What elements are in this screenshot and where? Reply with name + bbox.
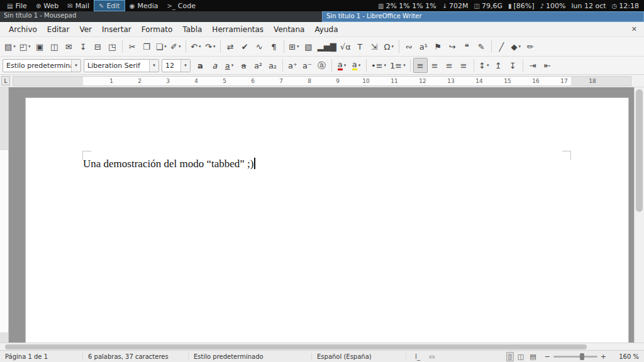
open-file-button[interactable]: ◰▾ [18, 39, 33, 54]
v-ruler[interactable] [0, 87, 9, 343]
page-number-status[interactable]: Página 1 de 1 [0, 353, 83, 360]
export-pdf-button[interactable]: ↧ [76, 39, 91, 54]
panel-app-media[interactable]: ◉Media [125, 0, 163, 11]
insert-page-break-button[interactable]: ⇲ [367, 39, 382, 54]
new-document-button[interactable]: ▤▾ [3, 39, 18, 54]
basic-shapes-button[interactable]: ◆▾ [509, 39, 523, 54]
decrease-indent-button[interactable]: ⇤ [540, 58, 555, 73]
subscript-button[interactable]: a₂ [265, 58, 280, 73]
vertical-scrollbar[interactable] [634, 87, 644, 343]
insert-chart-button[interactable]: ▂▅▇ [316, 39, 338, 54]
word-count-status[interactable]: 6 palabras, 37 caracteres [83, 353, 189, 360]
justify-button[interactable]: ≡ [457, 58, 471, 73]
horizontal-scrollbar-thumb[interactable] [5, 344, 587, 349]
line-spacing-button[interactable]: ↕▾ [477, 58, 491, 73]
language-status[interactable]: Español (España) [312, 353, 406, 360]
h-ruler[interactable]: 123456789101112131415161718 [13, 76, 631, 86]
panel-app-code-terminal[interactable]: >_Code [162, 0, 200, 11]
view-single-page-button[interactable]: ▯ [506, 352, 514, 361]
insert-hyperlink-button[interactable]: ∾ [402, 39, 416, 54]
increase-font-size-button[interactable]: a⁺ [286, 58, 300, 73]
cut-button[interactable]: ✂ [125, 39, 140, 54]
menu-herramientas[interactable]: Herramientas [207, 24, 269, 35]
tab-stop-selector[interactable]: L [1, 76, 10, 85]
underline-dropdown-icon[interactable]: ▾ [231, 63, 234, 68]
menu-ventana[interactable]: Ventana [269, 24, 309, 35]
increase-indent-button[interactable]: ⇥ [526, 58, 540, 73]
highlight-color-button[interactable]: a▾ [349, 58, 364, 73]
line-spacing-dropdown-icon[interactable]: ▾ [487, 63, 489, 68]
menu-ver[interactable]: Ver [74, 24, 97, 35]
save-as-button[interactable]: ◫ [47, 39, 62, 54]
decrease-paragraph-spacing-button[interactable]: ↧ [506, 58, 520, 73]
menu-tabla[interactable]: Tabla [177, 24, 207, 35]
insert-table-dropdown-icon[interactable]: ▾ [297, 44, 299, 49]
panel-memory[interactable]: ↓702M [442, 2, 469, 10]
undo-dropdown-icon[interactable]: ▾ [199, 44, 201, 49]
ordered-list-dropdown-icon[interactable]: ▾ [403, 63, 406, 68]
insert-line-button[interactable]: ╱ [494, 39, 509, 54]
highlight-color-dropdown-icon[interactable]: ▾ [358, 63, 361, 68]
strikethrough-button[interactable]: a [236, 58, 251, 73]
italic-button[interactable]: a [208, 58, 222, 73]
horizontal-scrollbar[interactable] [0, 343, 644, 350]
bold-button[interactable]: a [193, 58, 208, 73]
print-preview-button[interactable]: ◳ [105, 39, 119, 54]
font-size-dropdown-icon[interactable]: ▾ [180, 60, 190, 72]
panel-volume[interactable]: ♪100% [540, 2, 566, 10]
spelling-button[interactable]: ✔ [238, 39, 252, 54]
panel-clock[interactable]: ◷12:18 [612, 2, 639, 10]
find-replace-button[interactable]: ⇄ [223, 39, 238, 54]
special-character-button[interactable]: Ω▾ [382, 39, 396, 54]
superscript-button[interactable]: a² [251, 58, 265, 73]
clone-formatting-button[interactable]: ✐▾ [169, 39, 183, 54]
panel-disk[interactable]: ◫79,6G [474, 2, 502, 10]
font-color-dropdown-icon[interactable]: ▾ [344, 63, 347, 68]
panel-date[interactable]: lun 12 oct [571, 2, 606, 10]
redo-dropdown-icon[interactable]: ▾ [213, 44, 216, 49]
document-text[interactable]: Una demostración del modo “tabbed” ;) [83, 158, 255, 170]
align-center-button[interactable]: ≡ [428, 58, 442, 73]
special-character-dropdown-icon[interactable]: ▾ [392, 44, 394, 49]
zoom-slider[interactable] [553, 356, 597, 358]
page-style-status[interactable]: Estilo predeterminado [189, 353, 312, 360]
zoom-slider-thumb[interactable] [580, 353, 584, 360]
font-name-combo[interactable]: Liberation Serif ▾ [84, 59, 159, 72]
align-right-button[interactable]: ≡ [442, 58, 457, 73]
taskbar-window-mousepad[interactable]: Sin título 1 - Mousepad [0, 11, 322, 22]
view-book-button[interactable]: ▤ [528, 352, 538, 361]
zoom-percentage[interactable]: 160 % [611, 353, 639, 360]
send-email-button[interactable]: ✉ [62, 39, 76, 54]
formatting-marks-button[interactable]: ¶ [267, 39, 281, 54]
panel-cpu-graph[interactable]: ▥2% 1% 1% 1% [378, 2, 436, 10]
font-size-combo[interactable]: 12 ▾ [162, 59, 191, 72]
font-color-button[interactable]: a▾ [335, 58, 349, 73]
menu-formato[interactable]: Formato [136, 24, 178, 35]
print-button[interactable]: ⊟ [91, 39, 105, 54]
save-button[interactable]: ▣ [33, 39, 47, 54]
insert-footnote-button[interactable]: a¹ [416, 39, 431, 54]
insert-mode-icon[interactable]: I_ [415, 353, 420, 360]
decrease-font-size-button[interactable]: a⁻ [300, 58, 314, 73]
menu-archivo[interactable]: Archivo [4, 24, 42, 35]
undo-button[interactable]: ↶▾ [189, 39, 203, 54]
panel-battery[interactable]: ▮[86%] [508, 2, 535, 10]
clone-formatting-dropdown-icon[interactable]: ▾ [179, 44, 181, 49]
document-page[interactable]: Una demostración del modo “tabbed” ;) [25, 97, 629, 343]
redo-button[interactable]: ↷▾ [203, 39, 218, 54]
view-multiple-pages-button[interactable]: ◫ [516, 352, 526, 361]
ordered-list-button[interactable]: 1≡▾ [388, 58, 408, 73]
panel-app-mail[interactable]: ✉Mail [63, 0, 94, 11]
track-changes-button[interactable]: ✎ [474, 39, 489, 54]
insert-bookmark-button[interactable]: ⚑ [431, 39, 445, 54]
increase-paragraph-spacing-button[interactable]: ↥ [491, 58, 506, 73]
unordered-list-button[interactable]: •≡▾ [369, 58, 388, 73]
paragraph-style-dropdown-icon[interactable]: ▾ [71, 60, 80, 72]
panel-app-web-browser[interactable]: ⊕Web [31, 0, 63, 11]
unordered-list-dropdown-icon[interactable]: ▾ [384, 63, 387, 68]
clear-formatting-button[interactable]: ⓐ [314, 58, 329, 73]
insert-table-button[interactable]: ⊞▾ [287, 39, 301, 54]
cross-reference-button[interactable]: ↪ [445, 39, 460, 54]
menu-insertar[interactable]: Insertar [97, 24, 136, 35]
vertical-scrollbar-thumb[interactable] [636, 89, 643, 212]
